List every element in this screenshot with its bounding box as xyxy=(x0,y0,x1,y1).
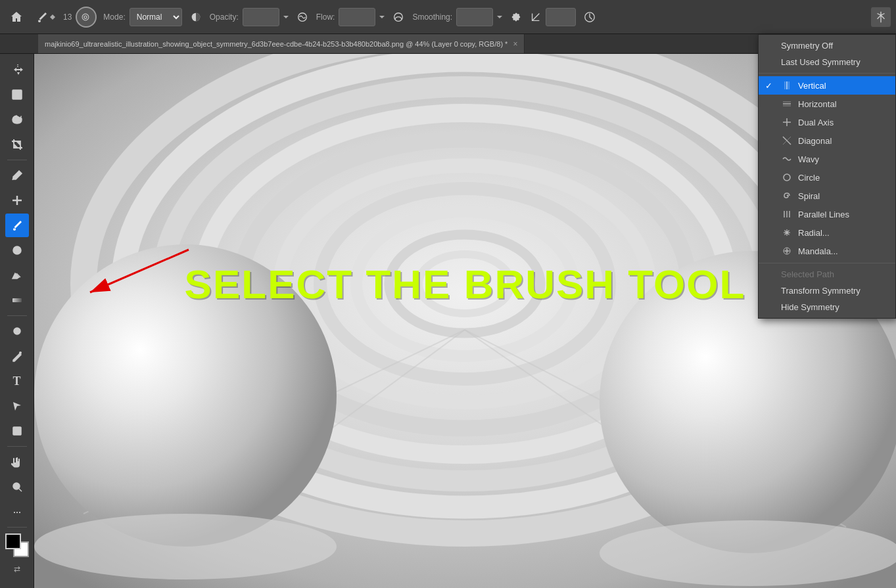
dropdown-last-used-symmetry[interactable]: Last Used Symmetry xyxy=(759,54,895,70)
dropdown-selected-path: Selected Path xyxy=(759,266,895,283)
brush-options-btn[interactable] xyxy=(76,7,97,28)
dropdown-diagonal[interactable]: Diagonal xyxy=(759,131,895,150)
svg-rect-8 xyxy=(12,298,22,302)
angle-input[interactable]: 0° xyxy=(546,8,576,26)
foreground-color-swatch[interactable] xyxy=(5,533,21,549)
tool-eyedropper[interactable] xyxy=(5,164,29,187)
dual-axis-icon xyxy=(781,116,793,128)
main-toolbar: 13 Mode: Normal Multiply Screen Overlay … xyxy=(0,0,896,34)
opacity-input[interactable]: 100% xyxy=(243,8,279,26)
tool-pen[interactable] xyxy=(5,344,29,368)
circle-icon xyxy=(781,171,793,183)
dropdown-label-diagonal: Diagonal xyxy=(798,136,832,146)
home-button[interactable] xyxy=(5,7,28,27)
mode-select[interactable]: Normal Multiply Screen Overlay Dissolve xyxy=(130,8,182,26)
swap-colors-btn[interactable]: ⇄ xyxy=(5,557,29,581)
close-tab-btn[interactable]: × xyxy=(513,39,517,49)
pressure-btn[interactable] xyxy=(580,9,600,26)
svg-point-31 xyxy=(600,520,896,586)
svg-point-12 xyxy=(13,483,20,489)
dropdown-label-vertical: Vertical xyxy=(798,81,826,91)
smoothing-icon-btn[interactable] xyxy=(389,9,408,26)
svg-point-0 xyxy=(82,14,89,20)
smoothing-settings-btn[interactable] xyxy=(506,9,526,26)
tool-move[interactable] xyxy=(5,58,29,81)
dropdown-vertical[interactable]: ✓ Vertical xyxy=(759,76,895,95)
symmetry-btn[interactable] xyxy=(871,7,891,27)
dropdown-label-horizontal: Horizontal xyxy=(798,99,837,109)
dropdown-transform-symmetry[interactable]: Transform Symmetry xyxy=(759,283,895,299)
dropdown-label-transform-symmetry: Transform Symmetry xyxy=(781,286,861,296)
dropdown-radial[interactable]: Radial... xyxy=(759,223,895,242)
opacity-label: Opacity: xyxy=(210,12,239,22)
spiral-icon xyxy=(781,190,793,202)
dropdown-label-parallel-lines: Parallel Lines xyxy=(798,210,849,219)
type-icon: T xyxy=(12,374,20,388)
dropdown-label-spiral: Spiral xyxy=(798,191,820,201)
dropdown-label-selected-path: Selected Path xyxy=(781,269,834,279)
tool-zoom[interactable] xyxy=(5,475,29,499)
vertical-icon xyxy=(781,79,793,91)
doc-tab-title: majkinio69_ultrarealistic_illustration_s… xyxy=(45,40,507,48)
dropdown-dual-axis[interactable]: Dual Axis xyxy=(759,113,895,131)
dropdown-parallel-lines[interactable]: Parallel Lines xyxy=(759,205,895,223)
tool-more[interactable]: ··· xyxy=(5,500,29,524)
left-toolbar: T ··· ⇄ xyxy=(0,54,34,588)
flow-icon-btn[interactable] xyxy=(293,9,312,26)
tool-separator-4 xyxy=(7,527,27,528)
more-icon: ··· xyxy=(12,505,20,519)
dropdown-mandala[interactable]: Mandala... xyxy=(759,242,895,260)
home-icon xyxy=(9,10,24,24)
opacity-chevron xyxy=(283,14,289,20)
tool-gradient[interactable] xyxy=(5,288,29,312)
smoothing-input[interactable]: 10% xyxy=(456,8,493,26)
horizontal-icon xyxy=(781,98,793,110)
tool-healing[interactable] xyxy=(5,189,29,212)
opacity-icon-btn[interactable] xyxy=(186,9,206,26)
svg-line-33 xyxy=(90,250,189,292)
tool-separator-3 xyxy=(7,446,27,447)
mandala-icon xyxy=(781,245,793,257)
tool-clone-stamp[interactable] xyxy=(5,238,29,262)
smoothing-label: Smoothing: xyxy=(412,12,452,22)
dropdown-sep-2 xyxy=(759,263,895,263)
svg-point-1 xyxy=(84,15,87,18)
dropdown-label-mandala: Mandala... xyxy=(798,246,838,256)
document-tab[interactable]: majkinio69_ultrarealistic_illustration_s… xyxy=(38,34,525,53)
dropdown-wavy[interactable]: Wavy xyxy=(759,150,895,168)
dropdown-horizontal[interactable]: Horizontal xyxy=(759,95,895,113)
tool-path-select[interactable] xyxy=(5,394,29,418)
diagonal-icon xyxy=(781,135,793,147)
tool-crop[interactable] xyxy=(5,133,29,156)
dropdown-circle[interactable]: Circle xyxy=(759,168,895,187)
dropdown-label-symmetry-off: Symmetry Off xyxy=(781,41,833,51)
wavy-icon xyxy=(781,153,793,165)
tool-eraser[interactable] xyxy=(5,263,29,287)
brush-tool-btn[interactable] xyxy=(32,8,59,26)
flow-input[interactable]: 100% xyxy=(339,8,375,26)
tool-type[interactable]: T xyxy=(5,369,29,393)
radial-icon xyxy=(781,227,793,238)
tool-artboard[interactable] xyxy=(5,83,29,106)
dropdown-hide-symmetry[interactable]: Hide Symmetry xyxy=(759,299,895,315)
dropdown-label-dual-axis: Dual Axis xyxy=(798,118,834,127)
tool-dodge[interactable] xyxy=(5,319,29,343)
dropdown-symmetry-off[interactable]: Symmetry Off xyxy=(759,37,895,54)
dropdown-label-radial: Radial... xyxy=(798,228,830,238)
svg-point-30 xyxy=(34,514,337,579)
canvas-overlay-text: SELECT THE BRUSH TOOL xyxy=(185,260,746,307)
dropdown-spiral[interactable]: Spiral xyxy=(759,187,895,205)
color-swatches[interactable] xyxy=(5,533,29,557)
tool-lasso[interactable] xyxy=(5,108,29,131)
check-selected: ✓ xyxy=(765,81,774,91)
tool-brush[interactable] xyxy=(5,214,29,237)
tool-shape[interactable] xyxy=(5,419,29,443)
tool-separator-1 xyxy=(7,160,27,160)
parallel-lines-icon xyxy=(781,208,793,220)
dropdown-sep-1 xyxy=(759,73,895,74)
tool-hand[interactable] xyxy=(5,450,29,474)
svg-point-44 xyxy=(784,174,790,181)
brush-size-label: 13 xyxy=(63,12,72,22)
svg-rect-6 xyxy=(12,90,22,99)
mode-label: Mode: xyxy=(103,12,125,22)
